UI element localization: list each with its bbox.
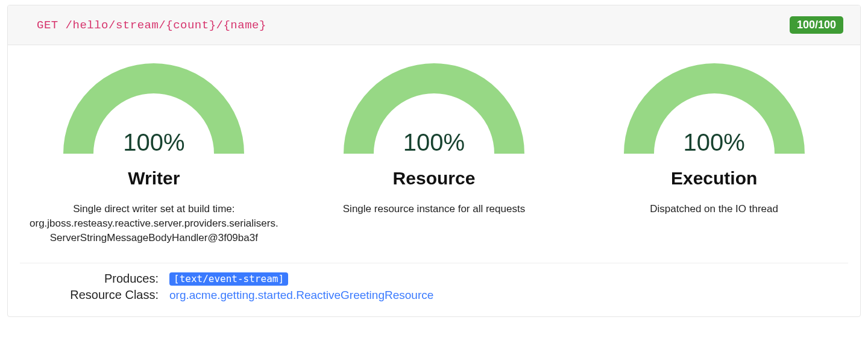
gauge-percent: 100%: [63, 129, 244, 156]
meta-row-resource-class: Resource Class: org.acme.getting.started…: [25, 288, 843, 302]
gauge-percent: 100%: [624, 129, 805, 156]
gauge-title: Execution: [585, 168, 844, 189]
gauge-writer: 100% Writer Single direct writer set at …: [24, 63, 283, 245]
gauge-arc-writer: 100%: [63, 63, 244, 160]
panel-header[interactable]: GET /hello/stream/{count}/{name} 100/100: [8, 5, 860, 45]
gauge-percent: 100%: [344, 129, 524, 156]
gauge-desc: Single direct writer set at build time: …: [24, 202, 283, 245]
meta-value-produces: [text/event-stream]: [169, 272, 288, 286]
endpoint-panel: GET /hello/stream/{count}/{name} 100/100…: [7, 5, 861, 317]
resource-class-link[interactable]: org.acme.getting.started.ReactiveGreetin…: [169, 289, 433, 301]
produces-pill: [text/event-stream]: [169, 272, 288, 286]
panel-body: 100% Writer Single direct writer set at …: [8, 45, 860, 316]
score-badge: 100/100: [790, 16, 843, 34]
gauge-title: Writer: [24, 168, 283, 189]
meta-label-resource-class: Resource Class:: [25, 288, 169, 302]
divider: [20, 263, 848, 263]
gauge-desc: Dispatched on the IO thread: [585, 202, 844, 216]
meta-label-produces: Produces:: [25, 272, 169, 286]
meta-section: Produces: [text/event-stream] Resource C…: [20, 272, 848, 308]
gauge-resource: 100% Resource Single resource instance f…: [304, 63, 564, 216]
gauge-title: Resource: [304, 168, 564, 189]
gauge-execution: 100% Execution Dispatched on the IO thre…: [585, 63, 844, 216]
gauges-row: 100% Writer Single direct writer set at …: [20, 63, 848, 245]
gauge-arc-resource: 100%: [344, 63, 524, 160]
endpoint-method-path: GET /hello/stream/{count}/{name}: [37, 19, 266, 32]
gauge-desc: Single resource instance for all request…: [304, 202, 564, 216]
meta-value-resource-class: org.acme.getting.started.ReactiveGreetin…: [169, 289, 433, 302]
gauge-arc-execution: 100%: [624, 63, 805, 160]
meta-row-produces: Produces: [text/event-stream]: [25, 272, 843, 286]
